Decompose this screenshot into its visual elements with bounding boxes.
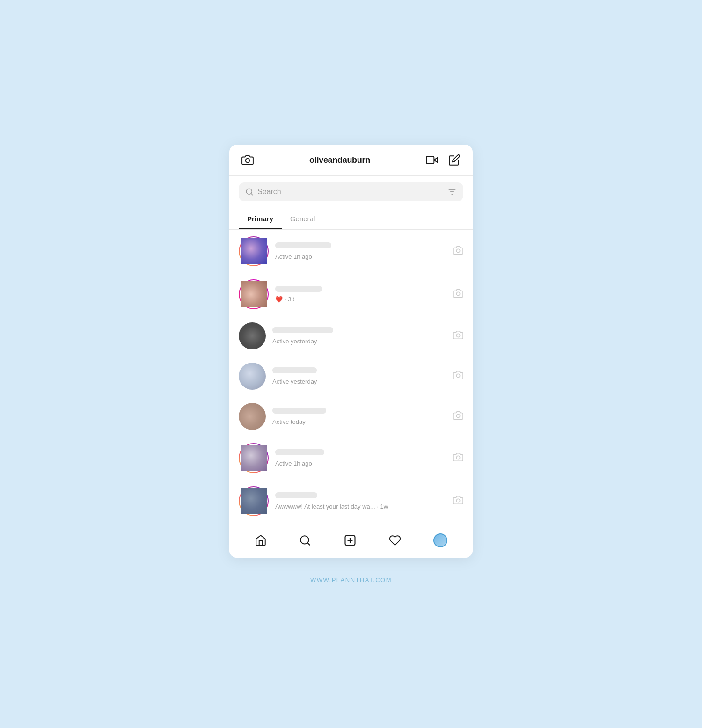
svg-line-16 (307, 543, 310, 545)
compose-button[interactable] (447, 153, 461, 167)
message-content: Active yesterday (272, 367, 446, 386)
message-item[interactable]: Active 1h ago (229, 437, 473, 480)
message-item[interactable]: Awwwww! At least your last day wa... · 1… (229, 480, 473, 523)
bottom-nav (229, 523, 473, 558)
username-bar (275, 492, 317, 498)
nav-home[interactable] (252, 531, 270, 549)
message-status: Active 1h ago (275, 460, 312, 467)
message-status: ❤️· 3d (275, 296, 446, 303)
svg-rect-2 (426, 156, 434, 163)
message-status: Active yesterday (272, 378, 317, 385)
message-item[interactable]: ❤️· 3d (229, 273, 473, 316)
header: oliveandauburn (229, 145, 473, 176)
avatar-wrapper (239, 363, 266, 390)
message-item[interactable]: Active yesterday (229, 316, 473, 356)
avatar-wrapper (239, 403, 266, 430)
avatar (241, 445, 267, 471)
message-content: Active 1h ago (275, 242, 446, 261)
search-placeholder: Search (257, 188, 281, 196)
message-status: Active today (272, 418, 306, 425)
username-bar (272, 367, 317, 373)
nav-activity[interactable] (386, 531, 404, 549)
svg-line-4 (251, 193, 252, 195)
avatar (241, 238, 267, 264)
nav-search[interactable] (296, 531, 314, 549)
camera-action-button[interactable] (453, 410, 463, 422)
avatar-wrapper (239, 236, 269, 266)
message-item[interactable]: Active yesterday (229, 356, 473, 396)
search-section: Search (229, 176, 473, 208)
svg-point-8 (456, 249, 460, 252)
avatar (241, 488, 267, 514)
message-content: Active yesterday (272, 327, 446, 345)
nav-profile[interactable] (431, 531, 450, 550)
avatar-wrapper (239, 322, 266, 349)
tabs: Primary General (229, 208, 473, 230)
username-bar (275, 286, 322, 292)
message-content: ❤️· 3d (275, 286, 446, 303)
avatar-wrapper (239, 486, 269, 516)
message-content: Active today (272, 408, 446, 426)
svg-marker-1 (434, 158, 438, 163)
footer-url: WWW.PLANNTHAT.COM (310, 576, 392, 583)
message-status: Active 1h ago (275, 253, 312, 260)
message-content: Active 1h ago (275, 449, 446, 467)
camera-action-button[interactable] (453, 370, 463, 382)
camera-action-button[interactable] (453, 330, 463, 342)
username-bar (272, 408, 326, 414)
video-call-button[interactable] (425, 153, 439, 167)
tab-general[interactable]: General (282, 208, 323, 229)
profile-avatar (433, 533, 447, 547)
message-status: Active yesterday (272, 338, 317, 345)
filter-icon[interactable] (447, 187, 457, 197)
username-title: oliveandauburn (309, 155, 370, 165)
search-icon (245, 188, 254, 196)
camera-action-button[interactable] (453, 452, 463, 464)
username-bar (275, 242, 331, 248)
camera-action-button[interactable] (453, 245, 463, 257)
search-bar[interactable]: Search (239, 182, 463, 201)
header-actions (425, 153, 461, 167)
username-bar (272, 327, 333, 333)
avatar (239, 322, 266, 349)
phone-frame: oliveandauburn (229, 145, 473, 558)
svg-point-10 (456, 334, 460, 337)
message-status: Awwwww! At least your last day wa... · 1… (275, 503, 388, 510)
svg-point-9 (456, 292, 460, 295)
message-item[interactable]: Active today (229, 396, 473, 437)
svg-point-13 (456, 456, 460, 459)
message-item[interactable]: Active 1h ago (229, 230, 473, 273)
svg-point-14 (456, 499, 460, 502)
avatar-wrapper (239, 279, 269, 309)
camera-action-button[interactable] (453, 288, 463, 300)
svg-point-0 (246, 159, 250, 163)
camera-action-button[interactable] (453, 495, 463, 507)
avatar (241, 281, 267, 307)
avatar-wrapper (239, 443, 269, 473)
svg-point-11 (456, 374, 460, 377)
tab-primary[interactable]: Primary (239, 208, 282, 229)
svg-point-12 (456, 414, 460, 417)
avatar (239, 403, 266, 430)
avatar (239, 363, 266, 390)
message-list: Active 1h ago ❤️· 3d (229, 230, 473, 523)
username-bar (275, 449, 324, 455)
message-content: Awwwww! At least your last day wa... · 1… (275, 492, 446, 510)
camera-button[interactable] (241, 153, 255, 167)
nav-add[interactable] (341, 531, 359, 550)
